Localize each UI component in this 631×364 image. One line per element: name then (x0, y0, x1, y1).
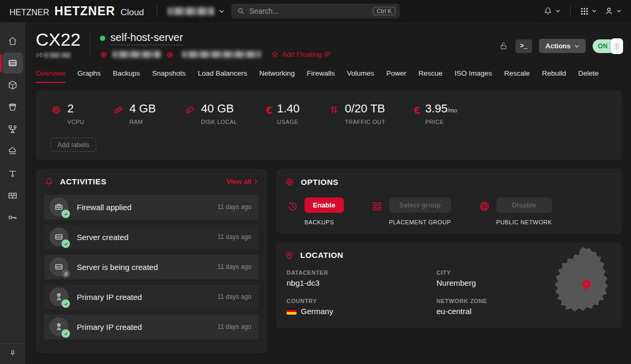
protection-lock-icon[interactable] (498, 41, 508, 51)
sidebar-item-servers[interactable] (2, 53, 23, 74)
server-name[interactable]: self-host-server (110, 32, 183, 45)
option-backups: Enable BACKUPS (287, 197, 344, 225)
field-country: COUNTRY Germany (287, 298, 436, 316)
sidebar-item-home[interactable] (2, 30, 23, 51)
globe-icon (479, 201, 490, 212)
euro-icon: € (414, 105, 420, 116)
tab-iso-images[interactable]: ISO Images (455, 69, 492, 83)
tab-load-balancers[interactable]: Load Balancers (198, 69, 247, 83)
user-icon (604, 6, 614, 16)
stat-price: € 3.95/moPRICE (414, 103, 457, 125)
right-column: OPTIONS Enable BACKUPS Select group (276, 169, 622, 328)
toggle-knob (610, 38, 623, 54)
network-icon (7, 168, 18, 179)
chevron-down-icon (555, 8, 561, 14)
activity-text: Primary IP created (77, 293, 218, 301)
hetzner-logo[interactable]: HETZNERHETZNER Cloud (9, 4, 144, 18)
tab-graphs[interactable]: Graphs (77, 69, 100, 83)
field-value: nbg1-dc3 (287, 278, 436, 287)
logo-text: HETZNER (9, 8, 49, 17)
stat-disk: 40 GBDISK LOCAL (184, 103, 237, 125)
sidebar-item-load-balancers[interactable] (2, 119, 23, 140)
select-group-button[interactable]: Select group (389, 197, 451, 213)
add-floating-ip-link[interactable]: Add Floating IP (271, 50, 330, 58)
logo-text: HETZNER (55, 4, 116, 18)
apps-menu[interactable] (580, 7, 597, 16)
field-label: COUNTRY (287, 298, 436, 304)
tab-snapshots[interactable]: Snapshots (152, 69, 186, 83)
chevron-down-icon (616, 8, 622, 14)
user-menu[interactable] (604, 6, 622, 16)
activity-row: Server is being created 11 days ago (44, 255, 259, 279)
tab-rescale[interactable]: Rescale (504, 69, 530, 83)
cpu-icon (50, 104, 62, 116)
add-labels-button[interactable]: Add labels (50, 138, 96, 152)
tab-networking[interactable]: Networking (259, 69, 295, 83)
euro-icon: € (266, 105, 272, 116)
floating-ip-add-icon (271, 51, 279, 58)
sidebar-pin-toggle[interactable] (0, 344, 25, 364)
floating-ip-icon (7, 146, 18, 157)
actions-label: Actions (545, 42, 571, 50)
topbar-divider (157, 5, 157, 17)
activity-time: 11 days ago (218, 323, 252, 330)
stat-label: DISK LOCAL (201, 119, 237, 125)
disable-public-network-button[interactable]: Disable (496, 197, 552, 213)
logo-cloud-label: Cloud (120, 7, 144, 18)
sidebar-item-volumes[interactable] (2, 97, 23, 118)
sidebar-item-security[interactable] (2, 207, 23, 228)
activity-text: Server created (77, 233, 218, 242)
enable-backups-button[interactable]: Enable (304, 197, 344, 213)
gear-icon (284, 177, 294, 187)
tab-firewalls[interactable]: Firewalls (307, 69, 334, 83)
server-tabs: Overview Graphs Backups Snapshots Load B… (36, 69, 622, 83)
stat-label: TRAFFIC OUT (345, 119, 385, 125)
stat-label: PRICE (425, 119, 457, 125)
servers-icon (7, 58, 18, 68)
sidebar-item-images[interactable] (2, 75, 23, 96)
tab-backups[interactable]: Backups (113, 69, 140, 83)
chevron-down-icon (219, 8, 225, 14)
header-divider (90, 33, 90, 59)
power-toggle[interactable]: ON (593, 39, 622, 53)
sidebar-item-networks[interactable] (2, 163, 23, 184)
key-icon (7, 212, 18, 223)
germany-flag-icon (287, 308, 297, 315)
success-badge (62, 299, 70, 308)
project-selector[interactable] (168, 7, 225, 15)
top-bar: HETZNERHETZNER Cloud Ctrl K (0, 0, 631, 22)
search-input[interactable] (249, 7, 373, 15)
sidebar-item-floating-ips[interactable] (2, 141, 23, 162)
stat-label: VCPU (67, 119, 84, 125)
stat-ram: 4 GBRAM (113, 103, 156, 125)
sidebar-item-firewalls[interactable] (2, 185, 23, 206)
success-badge (62, 210, 70, 218)
tab-overview[interactable]: Overview (36, 69, 65, 83)
tab-rescue[interactable]: Rescue (419, 69, 443, 83)
stat-value: 3.95/mo (425, 103, 457, 115)
tab-rebuild[interactable]: Rebuild (542, 69, 566, 83)
bucket-icon (7, 102, 18, 112)
console-button[interactable]: >_ (515, 39, 532, 53)
activity-row: Primary IP created 11 days ago (44, 315, 259, 339)
redacted-ipv6 (182, 51, 261, 58)
stat-label: RAM (129, 119, 156, 125)
load-balancer-icon (7, 124, 18, 134)
activity-time: 11 days ago (218, 293, 252, 300)
tab-volumes[interactable]: Volumes (347, 69, 374, 83)
activity-time: 11 days ago (218, 203, 252, 211)
ipv4-globe-icon (100, 51, 107, 58)
view-all-link[interactable]: View all (227, 178, 259, 185)
bell-icon (44, 177, 54, 186)
activities-title: ACTIVITIES (60, 177, 107, 186)
search-bar[interactable]: Ctrl K (231, 4, 400, 18)
actions-button[interactable]: Actions (539, 39, 586, 53)
bell-icon (543, 6, 553, 16)
notifications-menu[interactable] (543, 6, 561, 16)
tab-power[interactable]: Power (386, 69, 406, 83)
success-badge (62, 240, 70, 248)
tab-delete[interactable]: Delete (578, 69, 598, 83)
chevron-right-icon (253, 179, 259, 184)
in-progress-badge (62, 269, 70, 278)
search-icon (237, 7, 245, 15)
